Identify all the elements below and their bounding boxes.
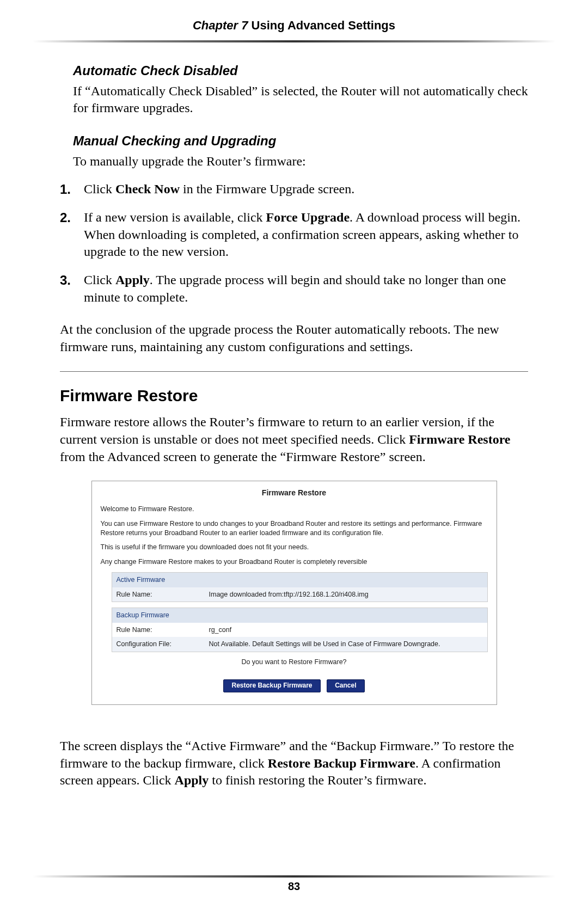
section-rule [60,371,528,372]
subheading-auto-check: Automatic Check Disabled [73,62,528,79]
closing-para: The screen displays the “Active Firmware… [60,738,528,789]
step-number: 3. [60,272,84,306]
step-text: Click Apply. The upgrade process will be… [84,272,528,306]
active-firmware-header: Active Firmware [112,573,205,587]
table-row: Rule Name: rg_conf [112,623,487,637]
page-header: Chapter 7 Using Advanced Settings [0,0,588,38]
page-content: Automatic Check Disabled If “Automatical… [0,42,588,789]
manual-steps: 1. Click Check Now in the Firmware Upgra… [60,181,528,306]
footer-rule [33,875,555,878]
table-header-row: Backup Firmware [112,608,487,623]
active-firmware-table: Active Firmware Rule Name: Image downloa… [112,572,488,602]
config-file-label: Configuration File: [112,637,205,652]
table-header-row: Active Firmware [112,573,487,587]
step-text: If a new version is available, click For… [84,209,528,261]
table-row: Rule Name: Image downloaded from:tftp://… [112,587,487,602]
screenshot-welcome: Welcome to Firmware Restore. [101,505,488,514]
restore-prompt: Do you want to Restore Firmware? [101,658,488,667]
config-file-value: Not Available. Default Settings will be … [205,637,487,652]
subheading-manual: Manual Checking and Upgrading [73,132,528,150]
chapter-title: Using Advanced Settings [252,19,395,32]
manual-intro: To manually upgrade the Router’s firmwar… [73,153,528,170]
auto-check-para: If “Automatically Check Disabled” is sel… [73,83,528,117]
screenshot-button-row: Restore Backup Firmware Cancel [101,679,488,692]
firmware-restore-screenshot: Firmware Restore Welcome to Firmware Res… [91,481,497,705]
rule-name-value: rg_conf [205,623,487,637]
page-number: 83 [0,880,588,893]
screenshot-desc1: You can use Firmware Restore to undo cha… [101,519,488,538]
firmware-restore-intro: Firmware restore allows the Router’s fir… [60,414,528,465]
cancel-button[interactable]: Cancel [327,679,364,692]
step-number: 1. [60,181,84,198]
rule-name-label: Rule Name: [112,623,205,637]
screenshot-desc3: Any change Firmware Restore makes to you… [101,557,488,567]
step-item: 1. Click Check Now in the Firmware Upgra… [60,181,528,198]
backup-firmware-header: Backup Firmware [112,608,205,623]
rule-name-label: Rule Name: [112,587,205,602]
chapter-label: Chapter 7 [193,19,248,32]
step-item: 3. Click Apply. The upgrade process will… [60,272,528,306]
restore-backup-firmware-button[interactable]: Restore Backup Firmware [223,679,320,692]
firmware-restore-heading: Firmware Restore [60,385,528,407]
step-item: 2. If a new version is available, click … [60,209,528,261]
screenshot-desc2: This is useful if the firmware you downl… [101,543,488,552]
screenshot-wrap: Firmware Restore Welcome to Firmware Res… [60,481,528,705]
backup-firmware-table: Backup Firmware Rule Name: rg_conf Confi… [112,608,488,652]
rule-name-value: Image downloaded from:tftp://192.168.1.2… [205,587,487,602]
manual-closing: At the conclusion of the upgrade process… [60,321,528,355]
table-row: Configuration File: Not Available. Defau… [112,637,487,652]
step-number: 2. [60,209,84,261]
step-text: Click Check Now in the Firmware Upgrade … [84,181,528,198]
screenshot-title: Firmware Restore [101,488,488,498]
